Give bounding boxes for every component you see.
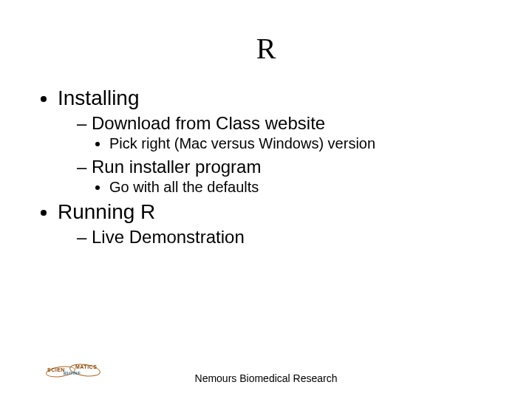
bullet-label: Installing: [58, 86, 140, 109]
bullet-list-level1: Installing Download from Class website P…: [38, 86, 502, 248]
bullet-label: Live Demonstration: [92, 227, 245, 247]
bullet-list-level3: Pick right (Mac versus Windows) version: [77, 135, 502, 152]
bullet-running-r: Running R Live Demonstration: [58, 200, 502, 248]
bullet-live-demo: Live Demonstration: [77, 227, 502, 248]
slide-content: Installing Download from Class website P…: [0, 86, 532, 248]
logo-text-right: MATICS: [75, 364, 97, 369]
slide-title: R: [0, 0, 532, 86]
bullet-pick-right: Pick right (Mac versus Windows) version: [109, 135, 502, 152]
bullet-installing: Installing Download from Class website P…: [58, 86, 502, 196]
bullet-defaults: Go with all the defaults: [109, 179, 502, 196]
bullet-label: Download from Class website: [92, 113, 325, 133]
logo-text-left: SCIEN: [47, 367, 65, 372]
bullet-download: Download from Class website Pick right (…: [77, 113, 502, 152]
bullet-label: Run installer program: [92, 157, 261, 177]
bullet-list-level3: Go with all the defaults: [77, 179, 502, 196]
slide: R Installing Download from Class website…: [0, 0, 532, 399]
bullet-list-level2: Live Demonstration: [58, 227, 502, 248]
bullet-list-level2: Download from Class website Pick right (…: [58, 113, 502, 196]
bullet-run-installer: Run installer program Go with all the de…: [77, 157, 502, 196]
bullet-label: Running R: [58, 200, 155, 223]
footer-text: Nemours Biomedical Research: [0, 372, 532, 384]
